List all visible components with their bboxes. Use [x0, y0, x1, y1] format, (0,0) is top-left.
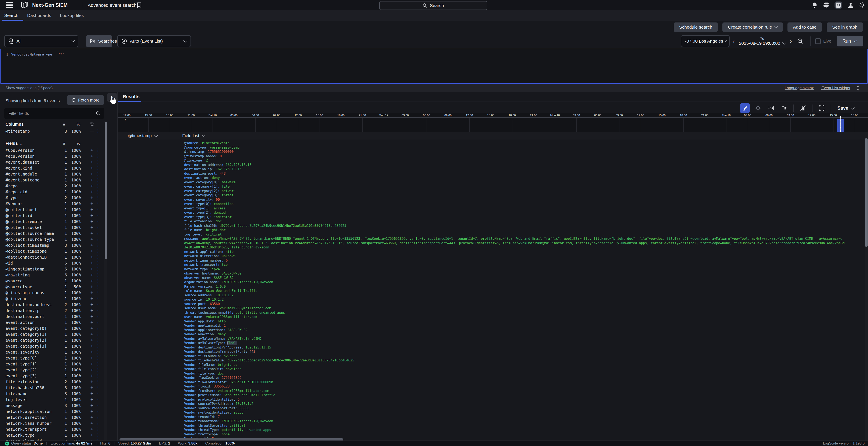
- event-field-line[interactable]: organization.name: ENDTOEND-Tenant-1-QTN…: [184, 280, 845, 285]
- timestamp-column-header[interactable]: @timestamp: [128, 133, 157, 138]
- field-menu-button[interactable]: ⋮: [96, 361, 100, 366]
- fetch-more-button[interactable]: Fetch more: [67, 95, 104, 106]
- field-menu-button[interactable]: ⋮: [96, 409, 100, 414]
- sidebar-field-row[interactable]: #Vendor1100%+⋮: [0, 201, 104, 207]
- live-checkbox[interactable]: [815, 38, 821, 44]
- query-line[interactable]: 1 Vendor.avMalwareType = "*": [1, 52, 64, 56]
- add-field-button[interactable]: +: [89, 159, 94, 165]
- jump-to-latest-icon[interactable]: [766, 103, 776, 113]
- live-toggle[interactable]: Live: [815, 38, 832, 44]
- field-menu-button[interactable]: ⋮: [96, 148, 100, 153]
- add-field-button[interactable]: +: [89, 373, 94, 379]
- event-timeline-chart[interactable]: 7 12:0015:0018:0021:00Sat 1603:0006:0009…: [118, 113, 868, 132]
- field-menu-button[interactable]: ⋮: [96, 337, 100, 343]
- event-field-line[interactable]: Vendor.traffScope: none: [184, 432, 845, 437]
- event-field-line[interactable]: Vendor.syslogIdentifier: avLog: [184, 410, 845, 415]
- save-button[interactable]: Save: [835, 106, 854, 111]
- event-field-line[interactable]: @timestamp.nanos: 0: [184, 154, 845, 158]
- field-menu-button[interactable]: ⋮: [96, 373, 100, 378]
- add-field-button[interactable]: +: [89, 231, 94, 236]
- sidebar-field-row[interactable]: @dataConnectionID1100%+⋮: [0, 254, 104, 260]
- field-menu-button[interactable]: ⋮: [96, 326, 100, 331]
- event-field-line[interactable]: source.port: 63560: [184, 302, 845, 306]
- tab-lookup-files[interactable]: Lookup files: [60, 10, 84, 21]
- event-field-line[interactable]: Vendor.applianceId: 1: [184, 324, 845, 328]
- zoom-out-time-icon[interactable]: [797, 38, 803, 44]
- event-field-line[interactable]: file.extension: doc: [184, 219, 845, 224]
- field-menu-button[interactable]: ⋮: [96, 165, 100, 171]
- field-menu-button[interactable]: ⋮: [96, 272, 100, 277]
- event-field-line[interactable]: event.severity: 90: [184, 198, 845, 202]
- event-field-line[interactable]: Vendor.flowCookie: 1755651899: [184, 376, 845, 380]
- field-menu-button[interactable]: ⋮: [96, 248, 100, 254]
- sidebar-field-row[interactable]: network.direction1100%+⋮: [0, 414, 104, 420]
- event-field-line[interactable]: Vendor.fileName: bright.doc: [184, 363, 845, 367]
- time-range-selector[interactable]: 7d 2025-08-19 19:00:00: [738, 36, 787, 46]
- event-field-line[interactable]: file.hash.sha256: d0792bafd5bbded7b297ca…: [184, 224, 845, 228]
- sidebar-field-row[interactable]: @collect.socket1100%+⋮: [0, 225, 104, 231]
- add-field-button[interactable]: +: [89, 255, 94, 260]
- sidebar-field-row[interactable]: event.action1100%+⋮: [0, 320, 104, 325]
- event-field-line[interactable]: Vendor.fromUser: vnkumar1988@mailinator.…: [184, 389, 845, 393]
- field-menu-button[interactable]: ⋮: [96, 415, 100, 420]
- field-menu-button[interactable]: ⋮: [96, 308, 100, 313]
- sidebar-field-row[interactable]: event.type[3]1100%+⋮: [0, 373, 104, 379]
- field-menu-button[interactable]: ⋮: [96, 320, 100, 325]
- add-field-button[interactable]: +: [89, 237, 94, 242]
- field-menu-button[interactable]: ⋮: [96, 426, 100, 432]
- tab-dashboards[interactable]: Dashboards: [27, 10, 51, 21]
- field-menu-button[interactable]: ⋮: [96, 195, 100, 200]
- event-field-line[interactable]: event.type[2]: denied: [184, 210, 845, 215]
- add-field-button[interactable]: +: [89, 148, 94, 153]
- event-field-line[interactable]: @source: PlatformEvents: [184, 141, 845, 145]
- sidebar-field-row[interactable]: @id6100%+⋮: [0, 260, 104, 266]
- filter-fields-input[interactable]: [4, 111, 96, 116]
- add-field-button[interactable]: +: [89, 433, 94, 438]
- field-menu-button[interactable]: ⋮: [96, 296, 100, 301]
- sidebar-field-row[interactable]: @collect.timezone1100%+⋮: [0, 248, 104, 254]
- field-menu-button[interactable]: ⋮: [96, 201, 100, 206]
- field-menu-button[interactable]: ⋮: [96, 266, 100, 271]
- event-field-line[interactable]: event.action: deny: [184, 176, 845, 180]
- event-field-line[interactable]: Vendor.fileFoundIn: av-scan: [184, 354, 845, 358]
- sidebar-field-row[interactable]: network.type1100%+⋮: [0, 432, 104, 438]
- add-field-button[interactable]: +: [89, 403, 94, 408]
- event-field-line[interactable]: Vendor.tenantId: 7: [184, 415, 845, 419]
- sidebar-field-row[interactable]: #event.outcome1100%+⋮: [0, 177, 104, 183]
- event-field-line[interactable]: Vendor.fileTransDir: download: [184, 367, 845, 371]
- sidebar-field-row[interactable]: file.hash.sha2563100%+⋮: [0, 385, 104, 391]
- event-field-line[interactable]: event.category[1]: file: [184, 184, 845, 189]
- field-menu-button[interactable]: ⋮: [96, 159, 100, 165]
- sidebar-field-row[interactable]: destination.ip2100%+⋮: [0, 307, 104, 314]
- add-field-button[interactable]: +: [89, 361, 94, 367]
- field-menu-button[interactable]: ⋮: [96, 171, 100, 176]
- sidebar-field-row[interactable]: @sourcetype150%+⋮: [0, 284, 104, 290]
- sidebar-field-row[interactable]: #Cps.version1100%+⋮: [0, 147, 104, 153]
- event-field-line[interactable]: message: applianceName=SASE-GW-B2, tenan…: [184, 237, 845, 250]
- field-menu-button[interactable]: ⋮: [96, 237, 100, 242]
- field-menu-button[interactable]: ⋮: [96, 391, 100, 396]
- add-field-button[interactable]: +: [89, 326, 94, 331]
- add-field-button[interactable]: +: [89, 201, 94, 206]
- field-menu-button[interactable]: ⋮: [96, 260, 100, 265]
- sort-ascending-icon[interactable]: [779, 103, 789, 113]
- field-menu-button[interactable]: ⋮: [96, 355, 100, 360]
- add-field-button[interactable]: +: [89, 219, 94, 224]
- user-profile-icon[interactable]: [848, 2, 854, 8]
- sidebar-field-row[interactable]: event.category[2]1100%+⋮: [0, 337, 104, 343]
- sidebar-field-row[interactable]: event.type[1]1100%+⋮: [0, 361, 104, 367]
- field-menu-button[interactable]: ⋮: [96, 278, 100, 283]
- sidebar-field-row[interactable]: file.extension2100%+⋮: [0, 379, 104, 385]
- event-field-line[interactable]: Vendor.avAction: deny: [184, 332, 845, 337]
- field-menu-button[interactable]: ⋮: [96, 255, 100, 260]
- add-field-button[interactable]: +: [89, 165, 94, 171]
- field-menu-button[interactable]: ⋮: [96, 189, 100, 194]
- sidebar-field-row[interactable]: #event.kind1100%+⋮: [0, 165, 104, 171]
- add-field-button[interactable]: +: [89, 260, 94, 266]
- field-menu-button[interactable]: ⋮: [96, 242, 100, 247]
- logscale-logo-icon[interactable]: [20, 2, 28, 8]
- add-field-button[interactable]: +: [89, 355, 94, 361]
- field-menu-button[interactable]: ⋮: [96, 153, 100, 158]
- event-field-line[interactable]: @sourcetype: versa-sase-demo: [184, 145, 845, 150]
- add-field-button[interactable]: +: [89, 385, 94, 390]
